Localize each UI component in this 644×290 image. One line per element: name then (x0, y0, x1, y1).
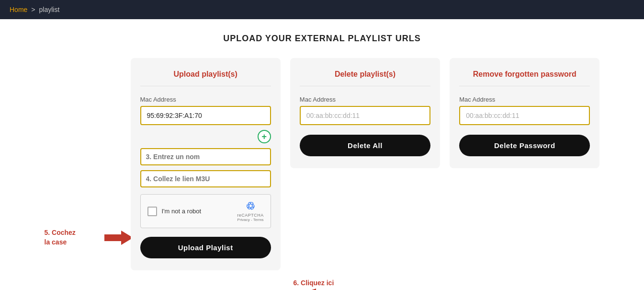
recaptcha-policy-links: Privacy - Terms (237, 218, 264, 222)
step6-area: 6. Cliquez ici (131, 274, 600, 290)
recaptcha-branding: ♲ reCAPTCHA Privacy - Terms (237, 200, 264, 222)
recaptcha-checkbox[interactable] (147, 207, 157, 216)
recaptcha-widget: I'm not a robot ♲ reCAPTCHA Privacy - Te… (140, 194, 271, 228)
playlist-name-input[interactable] (140, 148, 271, 165)
recaptcha-brand-label: reCAPTCHA (237, 213, 264, 218)
add-playlist-button[interactable]: + (258, 130, 271, 143)
svg-marker-0 (104, 231, 133, 245)
upload-mac-label: Mac Address (140, 96, 271, 103)
step5-arrow (104, 231, 133, 247)
step5-annotation: 5. Cochezla case (45, 228, 102, 247)
step6-annotation-area: 6. Cliquez ici (294, 279, 334, 290)
password-mac-label: Mac Address (459, 96, 590, 103)
step6-annotation: 6. Cliquez ici (294, 279, 334, 287)
top-navbar: Home > playlist (0, 0, 644, 19)
breadcrumb-separator: > (31, 6, 35, 13)
delete-mac-input[interactable] (300, 106, 430, 125)
m3u-url-input[interactable] (140, 170, 271, 187)
password-card-title: Remove forgotten password (459, 70, 590, 86)
delete-mac-label: Mac Address (300, 96, 430, 103)
delete-card-title: Delete playlist(s) (300, 70, 430, 86)
password-card: Remove forgotten password Mac Address De… (450, 58, 599, 168)
password-mac-input[interactable] (459, 106, 590, 125)
upload-mac-input[interactable] (140, 106, 271, 125)
delete-all-button[interactable]: Delete All (300, 135, 430, 156)
upload-card: Upload playlist(s) Mac Address + I'm not… (131, 58, 281, 270)
recaptcha-left: I'm not a robot (147, 207, 202, 216)
current-page-label: playlist (39, 6, 60, 13)
delete-password-button[interactable]: Delete Password (459, 135, 590, 156)
recaptcha-logo-icon: ♲ (246, 200, 255, 212)
cards-row: Upload playlist(s) Mac Address + I'm not… (131, 58, 600, 270)
upload-playlist-button[interactable]: Upload Playlist (140, 237, 271, 258)
home-link[interactable]: Home (10, 6, 27, 13)
recaptcha-label-text: I'm not a robot (162, 208, 202, 215)
delete-card: Delete playlist(s) Mac Address Delete Al… (290, 58, 440, 168)
page-title: UPLOAD YOUR EXTERNAL PLAYLIST URLS (45, 34, 600, 44)
main-content: UPLOAD YOUR EXTERNAL PLAYLIST URLS 5. Co… (35, 19, 610, 290)
upload-card-title: Upload playlist(s) (140, 70, 271, 86)
